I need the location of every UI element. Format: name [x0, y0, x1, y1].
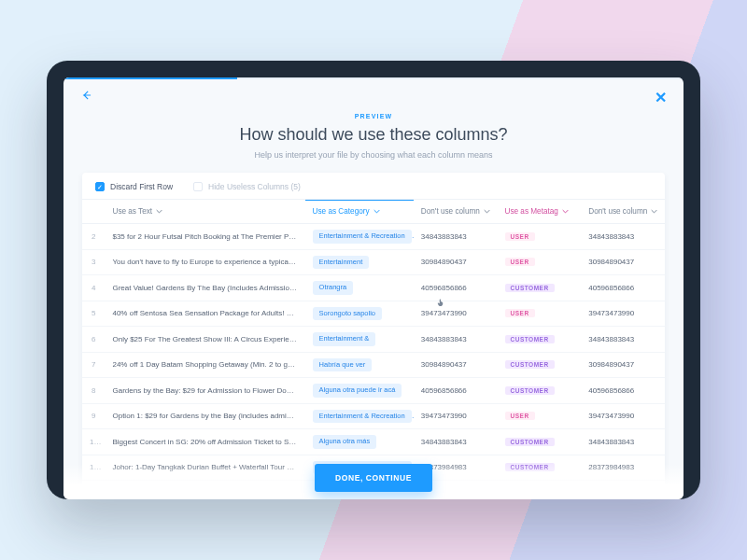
chevron-down-icon	[562, 208, 569, 215]
column-header[interactable]: Use as Category	[305, 200, 414, 224]
cell-text: 40% off Sentosa Sea Sensation Package fo…	[105, 301, 304, 327]
cell-col3: 30984890437	[414, 352, 498, 378]
cell-category: Alguna otra puede ir acá	[305, 378, 414, 404]
table-row: 9Option 1: $29 for Gardens by the Bay (i…	[82, 403, 665, 429]
table-row: 6Only $25 For The Greatest Show III: A C…	[82, 327, 665, 353]
category-pill: Alguna otra puede ir acá	[313, 384, 402, 398]
cell-category: Alguna otra más	[305, 429, 414, 455]
metatag-badge: USER	[505, 412, 535, 420]
cell-metatag: CUSTOMER	[498, 455, 582, 481]
cell-metatag: CUSTOMER	[498, 429, 582, 455]
row-index: 12	[82, 481, 105, 500]
cell-col3: 34843883843	[414, 429, 498, 455]
cell-text: You don't have to fly to Europe to exper…	[105, 249, 304, 275]
column-header-label: Use as Metatag	[505, 207, 558, 216]
back-button[interactable]	[78, 89, 95, 105]
cell-metatag: CUSTOMER	[498, 352, 582, 378]
cell-col3: 40596856866	[414, 378, 498, 404]
metatag-badge: CUSTOMER	[505, 335, 555, 343]
cell-col5: 34843883843	[581, 429, 665, 455]
cell-col3: 30984890437	[414, 249, 498, 275]
column-header[interactable]: Use as Text	[105, 200, 304, 224]
row-index-header	[82, 200, 105, 224]
cell-category: Habría que ver	[305, 352, 414, 378]
close-button[interactable]: ✕	[652, 89, 669, 105]
cell-col5: 30984890437	[581, 352, 665, 378]
checkbox-label: Discard First Row	[110, 182, 173, 191]
cell-text: Option 1: $29 for Gardens by the Bay (in…	[105, 403, 304, 429]
chevron-down-icon	[374, 208, 380, 215]
column-header-label: Use as Text	[112, 207, 152, 216]
cell-col3: 34843883843	[414, 224, 498, 250]
cell-col3: 39473473990	[414, 301, 498, 327]
row-index: 6	[82, 327, 105, 353]
cell-text: 24% off 1 Day Batam Shopping Getaway (Mi…	[105, 481, 304, 500]
cell-col5: 30984890437	[581, 249, 665, 275]
cell-category: Entertainment &	[305, 327, 414, 353]
metatag-badge: CUSTOMER	[505, 463, 555, 471]
device-frame: ✕ PREVIEW How should we use these column…	[47, 61, 700, 499]
row-index: 2	[82, 224, 105, 250]
table-row: 4Great Value! Gardens By The Bay (Includ…	[82, 275, 665, 301]
column-header[interactable]: Use as Metatag	[498, 200, 582, 224]
preview-card: ✓ Discard First Row Hide Useless Columns…	[82, 173, 665, 499]
row-index: 7	[82, 352, 105, 378]
cell-text: Johor: 1-Day Tangkak Durian Buffet + Wat…	[105, 455, 304, 481]
page-title: How should we use these columns?	[82, 125, 665, 145]
category-pill: Entertainment &	[313, 332, 376, 346]
cell-col5: 39473473990	[581, 403, 665, 429]
row-index: 10	[82, 429, 105, 455]
row-index: 9	[82, 403, 105, 429]
row-index: 11	[82, 455, 105, 481]
category-pill: Entertainment	[313, 256, 370, 270]
table-row: 540% off Sentosa Sea Sensation Package f…	[82, 301, 665, 327]
table-row: 724% off 1 Day Batam Shopping Getaway (M…	[82, 352, 665, 378]
app-screen: ✕ PREVIEW How should we use these column…	[63, 77, 684, 499]
cell-metatag: USER	[498, 249, 582, 275]
chevron-down-icon	[156, 208, 162, 215]
cell-metatag: USER	[498, 403, 582, 429]
cell-category: Entertainment & Recreation	[305, 403, 414, 429]
category-pill: Sorongoto sapolio	[313, 307, 382, 321]
cell-col3: 40596856866	[414, 275, 498, 301]
table-row: 10Biggest Concert in SG: 20% off Admissi…	[82, 429, 665, 455]
checkbox-box	[193, 182, 203, 191]
done-continue-button[interactable]: DONE, CONTINUE	[315, 464, 432, 492]
cell-text: $35 for 2 Hour Futsal Pitch Booking at T…	[105, 224, 304, 250]
columns-table: Use as Text Use as Category	[82, 199, 665, 499]
cell-col5: 34843883843	[581, 327, 665, 353]
cell-category: Entertainment	[305, 249, 414, 275]
category-pill: Entertainment & Recreation	[313, 230, 412, 244]
chevron-down-icon	[484, 208, 490, 215]
metatag-badge: CUSTOMER	[505, 284, 555, 292]
cell-metatag: USER	[498, 481, 582, 500]
row-index: 3	[82, 249, 105, 275]
cell-col5: 28373984983	[581, 455, 665, 481]
cell-metatag: CUSTOMER	[498, 275, 582, 301]
category-pill: Alguna otra más	[313, 435, 377, 449]
cell-col5: 39473473990	[581, 301, 665, 327]
category-pill: Otrangra	[313, 281, 354, 295]
cell-category: Sorongoto sapolio	[305, 301, 414, 327]
metatag-badge: USER	[505, 309, 535, 317]
arrow-left-icon	[80, 89, 93, 105]
page-header: PREVIEW How should we use these columns?…	[63, 113, 684, 173]
cell-text: Great Value! Gardens By The Bay (Include…	[105, 275, 304, 301]
cell-text: Only $25 For The Greatest Show III: A Ci…	[105, 327, 304, 353]
metatag-badge: USER	[505, 232, 535, 241]
checkbox-box: ✓	[95, 182, 105, 191]
metatag-badge: USER	[505, 489, 535, 497]
table-body: 2$35 for 2 Hour Futsal Pitch Booking at …	[82, 224, 665, 500]
category-pill: Habría que ver	[313, 358, 373, 372]
metatag-badge: CUSTOMER	[505, 386, 555, 395]
hide-useless-columns-checkbox[interactable]: Hide Useless Columns (5)	[193, 182, 301, 191]
cell-col3: 34843883843	[414, 327, 498, 353]
column-header-label: Don't use column	[588, 207, 647, 216]
cell-col5: 34843883843	[581, 224, 665, 250]
column-header[interactable]: Don't use column	[414, 200, 498, 224]
column-header[interactable]: Don't use column	[581, 200, 665, 224]
metatag-badge: USER	[505, 258, 535, 266]
cell-col5: 40596856866	[581, 275, 665, 301]
discard-first-row-checkbox[interactable]: ✓ Discard First Row	[95, 182, 173, 191]
cell-col3: 39473473990	[414, 403, 498, 429]
